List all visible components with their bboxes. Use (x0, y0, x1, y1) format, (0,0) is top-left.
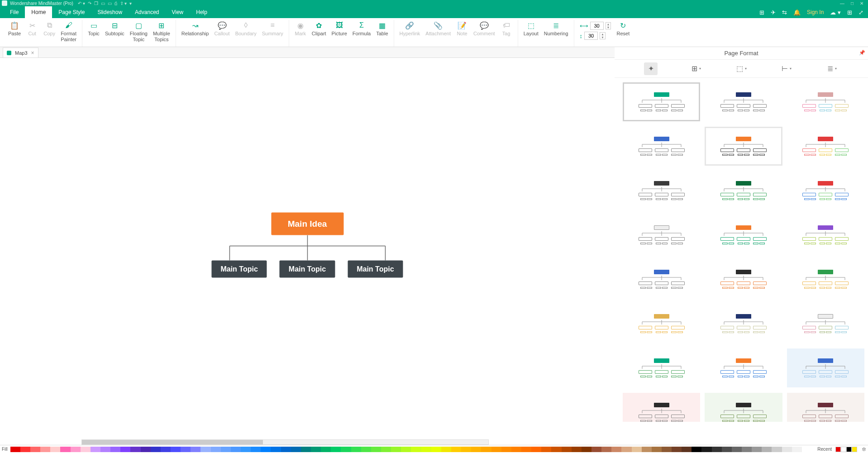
color-swatch[interactable] (231, 447, 241, 452)
color-swatch[interactable] (60, 447, 70, 452)
cloud-icon[interactable]: ☁ ▾ (830, 9, 841, 16)
width-down-icon[interactable]: ▼ (606, 26, 611, 29)
horizontal-scrollbar[interactable] (81, 439, 489, 445)
save-icon[interactable]: ▭ (108, 1, 112, 6)
color-swatch[interactable] (141, 447, 151, 452)
color-swatch[interactable] (211, 447, 221, 452)
tab-help[interactable]: Help (190, 6, 214, 18)
theme-thumbnail[interactable] (623, 393, 700, 422)
color-swatch[interactable] (261, 447, 271, 452)
color-swatch[interactable] (481, 447, 491, 452)
color-swatch[interactable] (692, 447, 701, 452)
color-swatch[interactable] (762, 447, 772, 452)
color-swatch[interactable] (81, 447, 91, 452)
qat-more-icon[interactable]: ▾ (129, 1, 132, 6)
color-swatch[interactable] (682, 447, 692, 452)
theme-thumbnail[interactable] (787, 304, 864, 343)
open-icon[interactable]: ▭ (101, 1, 105, 6)
color-swatch[interactable] (331, 447, 341, 452)
numbering-button[interactable]: ≣Numbering (541, 20, 571, 37)
color-swatch[interactable] (521, 447, 531, 452)
tag-button[interactable]: 🏷Tag (498, 20, 515, 37)
theme-thumbnail[interactable] (787, 348, 864, 387)
color-swatch[interactable] (742, 447, 752, 452)
color-swatch[interactable] (361, 447, 371, 452)
paste-button[interactable]: 📋Paste (5, 20, 24, 37)
color-swatch[interactable] (151, 447, 161, 452)
send-icon[interactable]: ✈ (771, 9, 776, 16)
tab-view[interactable]: View (165, 6, 190, 18)
picture-button[interactable]: 🖼Picture (329, 20, 350, 37)
topic-button[interactable]: ▭Topic (85, 20, 102, 37)
color-swatch[interactable] (30, 447, 40, 452)
color-swatch[interactable] (321, 447, 331, 452)
color-swatch[interactable] (632, 447, 642, 452)
redo-icon[interactable]: ↷ (88, 1, 91, 6)
summary-button[interactable]: ≡Summary (259, 20, 286, 37)
color-swatch[interactable] (291, 447, 301, 452)
minimize-icon[interactable]: — (840, 1, 844, 6)
theme-thumbnail[interactable] (705, 82, 782, 121)
recent-color-swatch[interactable] (852, 447, 857, 452)
topic-width-stepper[interactable]: ⟷ ▲▼ (580, 22, 611, 30)
color-swatch[interactable] (181, 447, 191, 452)
tab-slideshow[interactable]: Slideshow (91, 6, 129, 18)
theme-thumbnail[interactable] (787, 393, 864, 422)
theme-thumbnail[interactable] (705, 127, 782, 166)
theme-thumbnail[interactable] (787, 82, 864, 121)
color-swatch[interactable] (672, 447, 682, 452)
color-swatch[interactable] (722, 447, 732, 452)
color-swatch[interactable] (120, 447, 130, 452)
undo-icon[interactable]: ↶ ▾ (78, 1, 85, 6)
copy-button[interactable]: ⧉Copy (41, 20, 58, 37)
tab-advanced[interactable]: Advanced (129, 6, 165, 18)
theme-thumbnail[interactable] (787, 127, 864, 166)
tab-home[interactable]: Home (25, 6, 52, 18)
height-up-icon[interactable]: ▲ (600, 33, 605, 36)
color-swatch[interactable] (601, 447, 611, 452)
tab-file[interactable]: File (4, 6, 25, 18)
color-swatch[interactable] (200, 447, 210, 452)
note-button[interactable]: 📝Note (453, 20, 471, 37)
theme-thumbnail[interactable] (787, 260, 864, 299)
color-swatch[interactable] (191, 447, 200, 452)
color-swatch[interactable] (71, 447, 81, 452)
theme-thumbnail[interactable] (705, 260, 782, 299)
style-mode-button[interactable]: ⬚▾ (734, 62, 748, 75)
layout-button[interactable]: ⬚Layout (521, 20, 541, 37)
color-swatch[interactable] (371, 447, 381, 452)
color-swatch[interactable] (652, 447, 662, 452)
color-swatch[interactable] (642, 447, 652, 452)
color-swatch[interactable] (572, 447, 582, 452)
topic-height-input[interactable] (584, 32, 598, 40)
child-topic[interactable]: Main Topic (348, 260, 403, 277)
color-swatch[interactable] (511, 447, 521, 452)
more-colors-icon[interactable]: ✲ (862, 446, 866, 453)
color-swatch[interactable] (421, 447, 431, 452)
color-swatch[interactable] (582, 447, 591, 452)
bell-icon[interactable]: 🔔 (793, 9, 801, 16)
branch-mode-button[interactable]: ⊢▾ (780, 62, 793, 75)
color-swatch[interactable] (50, 447, 60, 452)
theme-thumbnail[interactable] (623, 260, 700, 299)
color-swatch[interactable] (772, 447, 782, 452)
color-swatch[interactable] (752, 447, 762, 452)
color-swatch[interactable] (401, 447, 411, 452)
callout-button[interactable]: 💬Callout (211, 20, 232, 37)
gift-icon[interactable]: ⊞ (759, 9, 764, 16)
theme-thumbnail[interactable] (623, 127, 700, 166)
new-icon[interactable]: ❐ (94, 1, 98, 6)
clipart-button[interactable]: ✿Clipart (309, 20, 329, 37)
color-swatch[interactable] (20, 447, 30, 452)
share-icon[interactable]: ⇆ (782, 9, 787, 16)
export-icon[interactable]: ⇪ ▾ (120, 1, 127, 6)
color-swatch[interactable] (311, 447, 321, 452)
multiple-topics-button[interactable]: ⊞Multiple Topics (150, 20, 173, 43)
color-swatch[interactable] (40, 447, 50, 452)
topic-height-stepper[interactable]: ↕ ▲▼ (580, 32, 611, 40)
color-swatch[interactable] (441, 447, 451, 452)
format-painter-button[interactable]: 🖌Format Painter (58, 20, 79, 43)
document-tab[interactable]: Map3 × (3, 48, 38, 57)
theme-thumbnail[interactable] (705, 215, 782, 254)
color-swatch[interactable] (732, 447, 742, 452)
